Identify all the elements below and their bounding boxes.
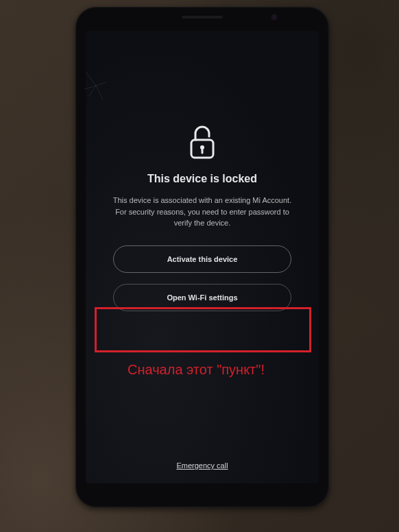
phone-frame: This device is locked This device is ass… xyxy=(75,7,329,507)
phone-speaker xyxy=(182,16,223,19)
lock-title: This device is locked xyxy=(147,173,257,185)
emergency-call-link[interactable]: Emergency call xyxy=(176,461,228,470)
phone-front-camera xyxy=(271,14,278,21)
wifi-label: Open Wi-Fi settings xyxy=(167,293,237,302)
activate-label: Activate this device xyxy=(167,255,238,263)
lock-description: This device is associated with an existi… xyxy=(86,195,319,229)
unlock-icon xyxy=(187,123,217,160)
phone-screen: This device is locked This device is ass… xyxy=(86,31,319,483)
open-wifi-settings-button[interactable]: Open Wi-Fi settings xyxy=(113,284,291,311)
activate-device-button[interactable]: Activate this device xyxy=(113,245,291,273)
